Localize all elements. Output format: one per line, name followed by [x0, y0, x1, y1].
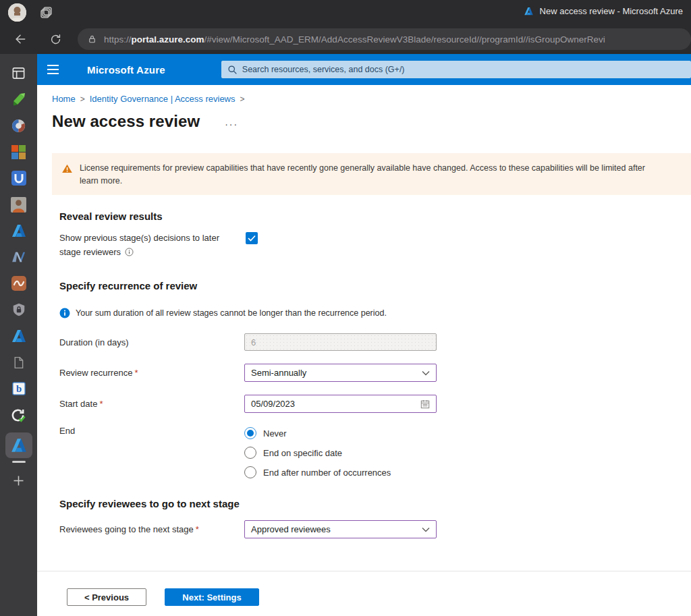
- azure-top-bar: Microsoft Azure: [37, 54, 691, 85]
- back-arrow-icon: [13, 32, 27, 46]
- refresh-button[interactable]: [46, 30, 65, 49]
- b-app-icon[interactable]: b: [10, 380, 28, 397]
- browser-profile-avatar[interactable]: [8, 3, 26, 22]
- wave-app-icon[interactable]: [10, 275, 28, 292]
- check-icon: [248, 235, 256, 242]
- start-date-input[interactable]: 05/09/2023: [244, 395, 437, 413]
- url-bar[interactable]: https://portal.azure.com/#view/Microsoft…: [78, 28, 691, 50]
- info-icon: [59, 308, 70, 318]
- calendar-icon: [420, 399, 430, 409]
- end-after-occurrences-radio[interactable]: End after number of occurrences: [244, 466, 391, 478]
- refresh-icon: [49, 33, 62, 46]
- window-icon[interactable]: [10, 64, 28, 82]
- reviewees-next-stage-label: Reviewees going to the next stage*: [59, 524, 244, 534]
- end-label: End: [59, 426, 244, 436]
- review-recurrence-dropdown[interactable]: Semi-annually: [244, 364, 437, 382]
- duration-input: 6: [244, 333, 437, 351]
- shield-lock-icon[interactable]: [10, 301, 28, 318]
- green-arrow-icon[interactable]: [10, 90, 28, 108]
- warning-text: License requirements for preview capabil…: [80, 163, 645, 173]
- new-tab-plus-icon[interactable]: [10, 472, 28, 489]
- azure-icon-active[interactable]: [5, 432, 32, 458]
- recurrence-info-text: Your sum duration of all review stages c…: [76, 308, 387, 318]
- globe-icon[interactable]: [10, 117, 28, 134]
- recurrence-heading: Specify recurrence of review: [59, 280, 691, 291]
- warning-banner: License requirements for preview capabil…: [52, 153, 691, 195]
- breadcrumb: Home>Identity Governance | Access review…: [52, 94, 691, 104]
- breadcrumb-home-link[interactable]: Home: [52, 94, 76, 104]
- previous-button[interactable]: < Previous: [67, 588, 146, 606]
- review-recurrence-label: Review recurrence*: [59, 368, 244, 378]
- back-button[interactable]: [11, 30, 30, 49]
- warning-icon: [61, 163, 73, 174]
- avatar-image: [8, 3, 26, 22]
- browser-nav-row: https://portal.azure.com/#view/Microsoft…: [0, 26, 691, 54]
- start-date-label: Start date*: [59, 399, 244, 409]
- chevron-down-icon: [422, 527, 430, 532]
- browser-tab-title: New access review - Microsoft Azure: [540, 6, 683, 16]
- vertical-tabs-sidebar: b: [0, 54, 37, 616]
- azure-icon[interactable]: [10, 327, 28, 345]
- global-search-box[interactable]: [221, 61, 691, 78]
- microsoft-logo-icon[interactable]: [10, 143, 28, 161]
- end-never-radio[interactable]: Never: [244, 427, 391, 439]
- reviewees-heading: Specify reviewees to go to next stage: [59, 498, 691, 509]
- more-options-button[interactable]: ···: [225, 119, 238, 130]
- workspaces-icon[interactable]: [39, 5, 54, 20]
- show-previous-decisions-checkbox[interactable]: [246, 232, 258, 244]
- show-previous-decisions-label: Show previous stage(s) decisions to late…: [59, 231, 246, 261]
- active-tab-underline: [12, 461, 26, 463]
- wizard-footer: < Previous Next: Settings: [37, 571, 691, 606]
- end-specific-date-radio[interactable]: End on specific date: [244, 447, 391, 459]
- warning-learn-more: learn more.: [80, 176, 122, 186]
- azure-icon[interactable]: [10, 222, 28, 240]
- info-tooltip-icon[interactable]: [125, 246, 134, 260]
- lock-icon: [87, 34, 97, 45]
- hamburger-menu-button[interactable]: [37, 54, 68, 85]
- breadcrumb-identity-governance-link[interactable]: Identity Governance | Access reviews: [90, 94, 236, 104]
- page-title: New access review: [52, 112, 200, 131]
- reviewees-next-stage-dropdown[interactable]: Approved reviewees: [244, 520, 437, 538]
- azure-favicon: [524, 6, 534, 16]
- search-input[interactable]: [242, 65, 691, 74]
- blade-content: Home>Identity Governance | Access review…: [37, 85, 691, 616]
- reveal-results-heading: Reveal review results: [59, 211, 691, 222]
- duration-label: Duration (in days): [59, 337, 244, 347]
- url-text: https://portal.azure.com/#view/Microsoft…: [104, 34, 605, 45]
- chevron-down-icon: [422, 370, 430, 376]
- svg-text:b: b: [16, 383, 21, 394]
- azure-brand-link[interactable]: Microsoft Azure: [87, 64, 165, 76]
- next-settings-button[interactable]: Next: Settings: [165, 588, 259, 606]
- u-app-icon[interactable]: [10, 169, 28, 187]
- end-radio-group: Never End on specific date End after num…: [244, 426, 391, 478]
- person-photo-icon[interactable]: [10, 196, 28, 213]
- sync-check-icon[interactable]: [10, 406, 28, 424]
- browser-chrome: New access review - Microsoft Azure http…: [0, 0, 691, 54]
- n-swoosh-icon[interactable]: [10, 248, 28, 266]
- search-icon: [227, 65, 238, 75]
- document-icon[interactable]: [10, 354, 28, 371]
